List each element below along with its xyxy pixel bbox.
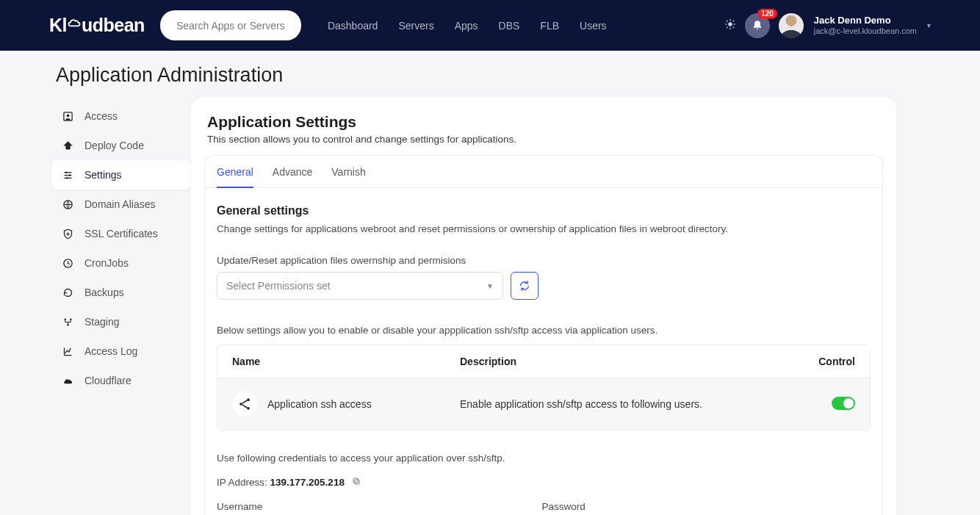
settings-card: Application Settings This section allows… bbox=[191, 97, 896, 515]
staging-icon bbox=[62, 317, 73, 328]
notifications-button[interactable]: 120 bbox=[745, 13, 770, 38]
svg-point-16 bbox=[64, 318, 66, 320]
svg-point-12 bbox=[68, 174, 71, 176]
sidebar-item-label: CronJobs bbox=[84, 257, 129, 269]
user-menu[interactable]: Jack Denn Demo jack@c-level.kloudbean.co… bbox=[814, 15, 917, 36]
sidebar: Access Deploy Code Settings Domain Alias… bbox=[0, 97, 191, 395]
chevron-down-icon: ▼ bbox=[486, 282, 494, 290]
svg-point-19 bbox=[239, 403, 242, 406]
sidebar-item-label: Staging bbox=[84, 316, 119, 328]
refresh-button[interactable] bbox=[511, 272, 538, 300]
tab-varnish[interactable]: Varnish bbox=[331, 156, 365, 187]
avatar[interactable] bbox=[779, 13, 804, 38]
copy-ip-button[interactable] bbox=[352, 478, 361, 488]
bell-icon bbox=[752, 19, 763, 32]
user-email: jack@c-level.kloudbean.com bbox=[814, 26, 917, 36]
tab-advance[interactable]: Advance bbox=[273, 156, 312, 187]
settings-icon bbox=[62, 170, 73, 181]
globe-icon bbox=[62, 199, 73, 210]
svg-point-13 bbox=[66, 177, 68, 179]
sidebar-item-ssl[interactable]: SSL Certificates bbox=[51, 219, 191, 248]
svg-point-21 bbox=[247, 407, 250, 410]
cloud-icon bbox=[62, 375, 73, 386]
sidebar-item-settings[interactable]: Settings bbox=[51, 160, 191, 190]
sidebar-item-label: Access bbox=[84, 110, 118, 122]
ssh-access-toggle[interactable] bbox=[832, 397, 855, 410]
row-name: Application ssh access bbox=[267, 398, 372, 410]
ssh-access-note: Below settings allow you to enable or di… bbox=[217, 325, 871, 336]
row-desc: Enable application ssh/sftp access to fo… bbox=[460, 398, 789, 410]
col-ctrl-header: Control bbox=[789, 356, 855, 367]
access-table: Name Description Control bbox=[217, 345, 871, 431]
permissions-label: Update/Reset application files owernship… bbox=[217, 255, 871, 266]
sidebar-item-backups[interactable]: Backups bbox=[51, 278, 191, 307]
section-heading: General settings bbox=[217, 204, 871, 217]
table-row: Application ssh access Enable applicatio… bbox=[217, 378, 870, 430]
notification-count: 120 bbox=[757, 9, 777, 18]
sidebar-item-label: Backups bbox=[84, 287, 124, 298]
password-label: Password bbox=[542, 501, 826, 512]
svg-rect-22 bbox=[355, 480, 359, 484]
ip-address-value: 139.177.205.218 bbox=[270, 477, 345, 488]
sidebar-item-label: Deploy Code bbox=[84, 140, 144, 151]
svg-point-17 bbox=[70, 318, 72, 320]
sidebar-item-label: Access Log bbox=[84, 345, 137, 357]
nav-flb[interactable]: FLB bbox=[540, 20, 559, 32]
permissions-select-placeholder: Select Permissions set bbox=[226, 280, 331, 292]
shield-icon bbox=[62, 228, 73, 240]
username-label: Username bbox=[217, 501, 525, 512]
sidebar-item-cronjobs[interactable]: CronJobs bbox=[51, 248, 191, 278]
sidebar-item-label: Domain Aliases bbox=[84, 198, 156, 210]
svg-point-10 bbox=[66, 114, 69, 117]
col-name-header: Name bbox=[232, 356, 460, 367]
contact-icon bbox=[62, 111, 73, 122]
user-name: Jack Denn Demo bbox=[814, 15, 917, 26]
tabs: General Advance Varnish bbox=[205, 156, 882, 188]
sidebar-item-staging[interactable]: Staging bbox=[51, 307, 191, 336]
credentials-note: Use following credentials to access your… bbox=[217, 453, 871, 464]
card-title: Application Settings bbox=[207, 113, 880, 131]
search-input[interactable] bbox=[160, 10, 301, 40]
topbar: Kl udbean Dashboard Servers Apps DBS FLB… bbox=[0, 0, 980, 51]
svg-line-6 bbox=[732, 27, 733, 28]
nav-users[interactable]: Users bbox=[580, 20, 607, 32]
tab-general[interactable]: General bbox=[217, 156, 253, 188]
deploy-icon bbox=[62, 140, 73, 151]
svg-point-20 bbox=[247, 398, 250, 401]
svg-point-11 bbox=[65, 171, 67, 173]
sidebar-item-cloudflare[interactable]: Cloudflare bbox=[51, 366, 191, 395]
svg-point-18 bbox=[67, 324, 69, 326]
sidebar-item-domain-aliases[interactable]: Domain Aliases bbox=[51, 190, 191, 219]
nav-dashboard[interactable]: Dashboard bbox=[328, 20, 378, 32]
theme-toggle-icon[interactable] bbox=[724, 18, 736, 32]
logo[interactable]: Kl udbean bbox=[49, 15, 145, 36]
nav-apps[interactable]: Apps bbox=[455, 20, 478, 32]
sidebar-item-deploy[interactable]: Deploy Code bbox=[51, 131, 191, 160]
page-title: Application Administration bbox=[0, 51, 980, 97]
sidebar-item-access[interactable]: Access bbox=[51, 101, 191, 131]
top-nav: Dashboard Servers Apps DBS FLB Users bbox=[328, 20, 607, 32]
refresh-icon bbox=[519, 280, 530, 292]
sidebar-item-label: Settings bbox=[84, 169, 122, 181]
ip-address-line: IP Address: 139.177.205.218 bbox=[217, 477, 871, 488]
sidebar-item-label: SSL Certificates bbox=[84, 228, 158, 240]
backup-icon bbox=[62, 287, 73, 298]
permissions-select[interactable]: Select Permissions set ▼ bbox=[217, 272, 503, 300]
section-subtext: Change settings for applications webroot… bbox=[217, 223, 871, 234]
sidebar-item-access-log[interactable]: Access Log bbox=[51, 336, 191, 366]
share-icon bbox=[232, 392, 257, 417]
svg-line-5 bbox=[727, 21, 727, 21]
card-subtitle: This section allows you to control and c… bbox=[207, 134, 880, 145]
cloud-logo-icon bbox=[67, 17, 82, 30]
nav-servers[interactable]: Servers bbox=[398, 20, 433, 32]
chevron-down-icon[interactable]: ▾ bbox=[927, 21, 931, 29]
svg-line-8 bbox=[732, 21, 733, 21]
clock-icon bbox=[62, 258, 73, 269]
svg-point-0 bbox=[728, 22, 732, 26]
chart-icon bbox=[62, 346, 73, 357]
col-desc-header: Description bbox=[460, 356, 789, 367]
svg-line-7 bbox=[727, 27, 727, 28]
nav-dbs[interactable]: DBS bbox=[499, 20, 520, 32]
svg-rect-23 bbox=[353, 478, 358, 483]
sidebar-item-label: Cloudflare bbox=[84, 375, 131, 386]
